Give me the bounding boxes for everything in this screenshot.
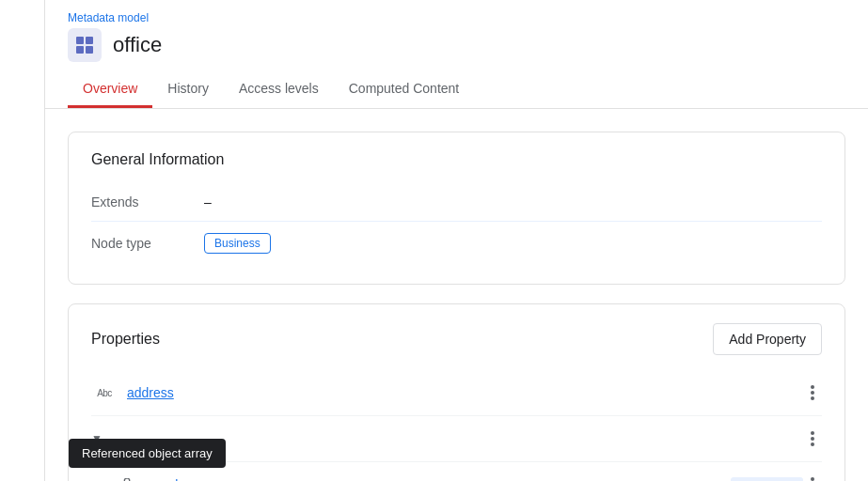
svg-rect-2 (76, 46, 84, 54)
page-header: Metadata model office Overview History A (45, 0, 868, 109)
tab-overview[interactable]: Overview (68, 71, 152, 108)
add-property-button[interactable]: Add Property (713, 323, 822, 355)
employee-badge: EMPLOYEE (731, 477, 803, 481)
tabs-bar: Overview History Access levels Computed … (68, 71, 845, 108)
svg-rect-0 (76, 37, 84, 44)
properties-title: Properties (91, 331, 160, 348)
body-content: General Information Extends – Node type … (45, 109, 868, 481)
svg-rect-3 (86, 46, 93, 54)
property-name-address[interactable]: address (127, 385, 803, 400)
title-icon (68, 28, 102, 62)
general-info-card: General Information Extends – Node type … (68, 132, 845, 285)
node-type-row: Node type Business (91, 222, 822, 265)
extends-label: Extends (91, 194, 204, 209)
breadcrumb[interactable]: Metadata model (68, 11, 149, 24)
extends-row: Extends – (91, 183, 822, 222)
property-name-employees[interactable]: employees (150, 477, 719, 481)
property-row-ref-obj: Referenced object array ▼ (91, 416, 822, 462)
general-info-title: General Information (91, 151, 822, 168)
page-title: office (113, 33, 162, 57)
more-options-ref-obj[interactable] (803, 427, 822, 450)
property-row-employees: {} employees EMPLOYEE (91, 462, 822, 481)
node-type-badge: Business (204, 233, 271, 254)
extends-value: – (204, 194, 212, 209)
property-type-abc-icon: Abc (91, 385, 118, 400)
tab-history[interactable]: History (152, 71, 224, 108)
svg-rect-1 (86, 37, 93, 44)
tab-access-levels[interactable]: Access levels (224, 71, 334, 108)
sidebar (0, 0, 45, 481)
node-type-label: Node type (91, 236, 204, 251)
more-options-employees[interactable] (803, 473, 822, 481)
property-type-curly-icon: {} (114, 477, 140, 481)
properties-header: Properties Add Property (91, 323, 822, 355)
more-options-address[interactable] (803, 381, 822, 404)
tab-computed-content[interactable]: Computed Content (334, 71, 475, 108)
expand-arrow-icon[interactable]: ▼ (91, 432, 103, 445)
main-content: Metadata model office Overview History A (45, 0, 868, 481)
properties-card: Properties Add Property Abc address Refe… (68, 303, 845, 481)
property-row-address: Abc address (91, 370, 822, 416)
